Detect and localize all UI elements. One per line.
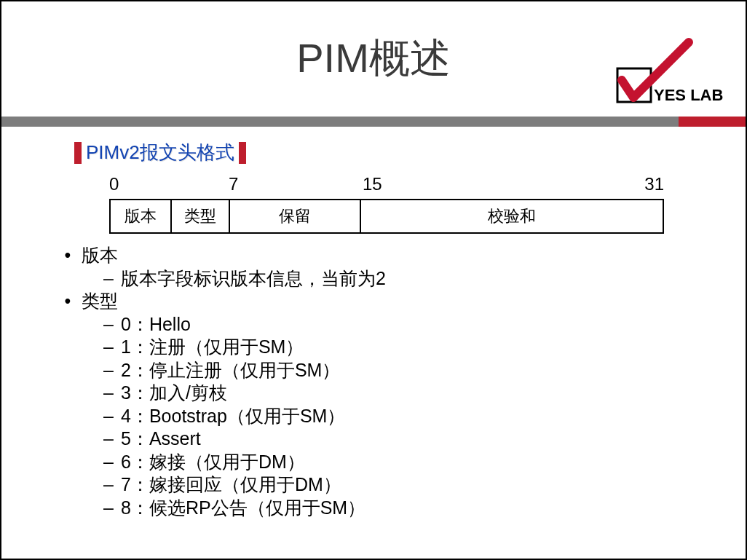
list-item-version: 版本 版本字段标识版本信息，当前为2 [54, 244, 709, 290]
bit-7: 7 [229, 174, 238, 194]
divider [1, 117, 746, 127]
version-desc: 版本字段标识版本信息，当前为2 [96, 267, 709, 291]
type-7: 7：嫁接回应（仅用于DM） [96, 473, 709, 497]
description-list: 版本 版本字段标识版本信息，当前为2 类型 0：Hello 1：注册（仅用于SM… [54, 244, 709, 519]
red-bar-left [74, 142, 82, 164]
subtitle-row: PIMv2报文头格式 [74, 140, 709, 165]
type-4: 4：Bootstrap（仅用于SM） [96, 405, 709, 428]
page-title: PIM概述 [296, 31, 451, 87]
content-area: PIMv2报文头格式 0 7 15 31 版本 类型 保留 校验和 版本 版本字… [1, 127, 746, 519]
bit-0: 0 [109, 174, 119, 194]
field-type: 类型 [172, 200, 230, 232]
field-checksum: 校验和 [361, 200, 663, 232]
field-reserved: 保留 [230, 200, 361, 232]
logo-text: YES LAB [654, 86, 723, 104]
type-6: 6：嫁接（仅用于DM） [96, 451, 709, 474]
type-8: 8：候选RP公告（仅用于SM） [96, 497, 709, 520]
header-fields: 版本 类型 保留 校验和 [109, 199, 664, 234]
field-version: 版本 [111, 200, 172, 232]
packet-header-diagram: 0 7 15 31 版本 类型 保留 校验和 [87, 174, 664, 234]
list-item-type: 类型 0：Hello 1：注册（仅用于SM） 2：停止注册（仅用于SM） 3：加… [54, 290, 709, 519]
type-0: 0：Hello [96, 313, 709, 336]
type-2: 2：停止注册（仅用于SM） [96, 359, 709, 382]
section-subtitle: PIMv2报文头格式 [86, 140, 234, 165]
red-bar-right [239, 142, 246, 164]
type-3: 3：加入/剪枝 [96, 382, 709, 405]
divider-red [679, 117, 746, 127]
type-5: 5：Assert [96, 427, 709, 451]
type-1: 1：注册（仅用于SM） [96, 336, 709, 359]
bit-15: 15 [363, 174, 382, 194]
title-area: PIM概述 YES LAB [1, 1, 746, 117]
divider-gray [1, 117, 679, 127]
bit-31: 31 [644, 174, 664, 194]
yeslab-logo: YES LAB [616, 38, 743, 105]
bit-ruler: 0 7 15 31 [87, 174, 664, 196]
